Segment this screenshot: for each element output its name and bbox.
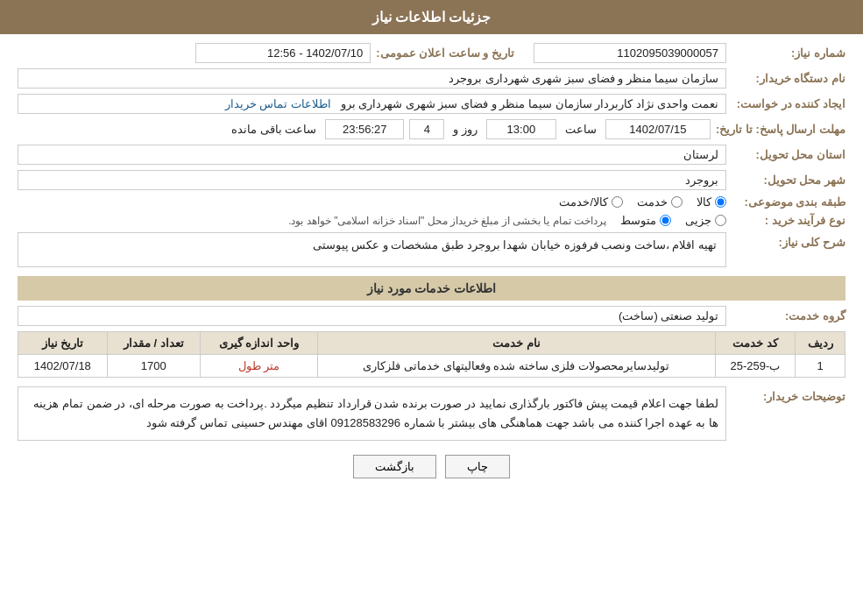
noe-mota-radio[interactable] [660,215,671,226]
tabaqe-label: طبقه بندی موضوعی: [732,195,845,209]
mohlat-date: 1402/07/15 [605,119,711,139]
tabaqe-khedmat-item: خدمت [637,195,683,209]
ijad-konande-row: ایجاد کننده در خواست: نعمت واحدی نژاد کا… [18,94,845,114]
mohlat-roz-value: 4 [409,119,444,139]
ijad-konande-link[interactable]: اطلاعات تماس خریدار [225,97,331,110]
groh-row: گروه خدمت: تولید صنعتی (ساخت) [18,306,845,326]
nam-dastgah-label: نام دستگاه خریدار: [732,72,845,85]
tabaqe-kala-khedmat-item: کالا/خدمت [559,195,623,209]
shomare-niaz-row: شماره نیاز: 1102095039000057 تاریخ و ساع… [18,43,845,63]
mohlat-row: مهلت ارسال پاسخ: تا تاریخ: 1402/07/15 سا… [18,119,845,139]
main-content: شماره نیاز: 1102095039000057 تاریخ و ساع… [0,34,863,496]
page-header: جزئیات اطلاعات نیاز [0,0,863,34]
cell-tedad: 1700 [107,355,200,378]
buttons-row: چاپ بازگشت [18,455,845,478]
noe-farayand-row: نوع فرآیند خرید : جزیی متوسط پرداخت تمام… [18,214,845,227]
page-title: جزئیات اطلاعات نیاز [372,10,492,25]
tosih-value: لطفا جهت اعلام قیمت پیش فاکتور بارگذاری … [18,386,726,441]
noe-jozi-radio[interactable] [715,215,726,226]
ijad-konande-text: نعمت واحدی نژاد کاربردار سازمان سیما منظ… [341,97,718,110]
noe-jozi-item: جزیی [685,214,726,227]
tabaqe-kala-radio[interactable] [715,196,726,208]
noe-jozi-label: جزیی [685,214,711,227]
ijad-konande-label: ایجاد کننده در خواست: [732,97,845,110]
sharh-koli-value: تهیه اقلام ،ساخت ونصب فرفوزه خیابان شهدا… [18,232,726,267]
cell-vahed: متر طول [200,355,317,378]
mohlat-label: مهلت ارسال پاسخ: تا تاریخ: [716,123,845,136]
cell-radif: 1 [796,355,845,378]
tabaqe-radio-group: کالا خدمت کالا/خدمت [559,195,726,209]
khadamat-section-title: اطلاعات خدمات مورد نیاز [18,276,845,301]
ostan-row: استان محل تحویل: لرستان [18,145,845,165]
bazgasht-button[interactable]: بازگشت [353,455,436,478]
tabaqe-khedmat-label: خدمت [637,195,668,209]
tabaqe-kala-label: کالا [697,195,711,209]
tarikh-elan-label: تاریخ و ساعت اعلان عمومی: [376,46,514,60]
col-name: نام خدمت [317,332,715,355]
col-kod: کد خدمت [715,332,795,355]
nam-dastgah-value: سازمان سیما منظر و فضای سبز شهری شهرداری… [18,68,726,89]
shomare-niaz-label: شماره نیاز: [732,46,845,60]
groh-label: گروه خدمت: [732,309,845,322]
tosih-row: توضیحات خریدار: لطفا جهت اعلام قیمت پیش … [18,386,845,441]
shahr-row: شهر محل تحویل: بروجرد [18,170,845,190]
ostan-label: استان محل تحویل: [732,148,845,161]
cell-kod: ب-259-25 [715,355,795,378]
cell-tarikh: 1402/07/18 [18,355,108,378]
mohlat-baqi-value: 23:56:27 [325,119,404,139]
noe-farayand-label: نوع فرآیند خرید : [732,214,845,227]
tabaqe-row: طبقه بندی موضوعی: کالا خدمت کالا/خدمت [18,195,845,209]
noe-mota-item: متوسط [620,214,671,227]
mohlat-saat-label: ساعت [565,123,597,136]
ostan-value: لرستان [18,145,726,165]
farayand-note: پرداخت تمام یا بخشی از مبلغ خریداز محل "… [288,215,606,227]
sharh-koli-label: شرح کلی نیاز: [732,232,845,249]
tabaqe-kala-khedmat-radio[interactable] [612,196,623,208]
services-table: ردیف کد خدمت نام خدمت واحد اندازه گیری ت… [18,331,845,378]
col-radif: ردیف [796,332,845,355]
chap-button[interactable]: چاپ [445,455,510,478]
tarikh-elan-value: 1402/07/10 - 12:56 [195,43,371,63]
tabaqe-kala-item: کالا [697,195,726,209]
col-tedad: تعداد / مقدار [107,332,200,355]
cell-name: تولیدسایرمحصولات فلزی ساخته شده وفعالیته… [317,355,715,378]
tabaqe-khedmat-radio[interactable] [671,196,683,208]
groh-value: تولید صنعتی (ساخت) [18,306,726,326]
mohlat-saat-value: 13:00 [486,119,556,139]
shahr-label: شهر محل تحویل: [732,173,845,187]
tabaqe-kala-khedmat-label: کالا/خدمت [559,195,608,209]
tosih-label: توضیحات خریدار: [732,386,845,403]
mohlat-roz-label: روز و [453,123,477,136]
shomare-niaz-value: 1102095039000057 [534,43,726,63]
noe-mota-label: متوسط [620,214,656,227]
sharh-koli-row: شرح کلی نیاز: تهیه اقلام ،ساخت ونصب فرفو… [18,232,845,267]
noe-farayand-radio-group: جزیی متوسط [620,214,726,227]
mohlat-baqi-label: ساعت باقی مانده [231,123,316,136]
table-row: 1 ب-259-25 تولیدسایرمحصولات فلزی ساخته ش… [18,355,845,378]
col-tarikh: تاریخ نیاز [18,332,108,355]
shahr-value: بروجرد [18,170,726,190]
page-wrapper: جزئیات اطلاعات نیاز شماره نیاز: 11020950… [0,0,863,616]
ijad-konande-value: نعمت واحدی نژاد کاربردار سازمان سیما منظ… [18,94,726,114]
nam-dastgah-row: نام دستگاه خریدار: سازمان سیما منظر و فض… [18,68,845,89]
col-vahed: واحد اندازه گیری [200,332,317,355]
